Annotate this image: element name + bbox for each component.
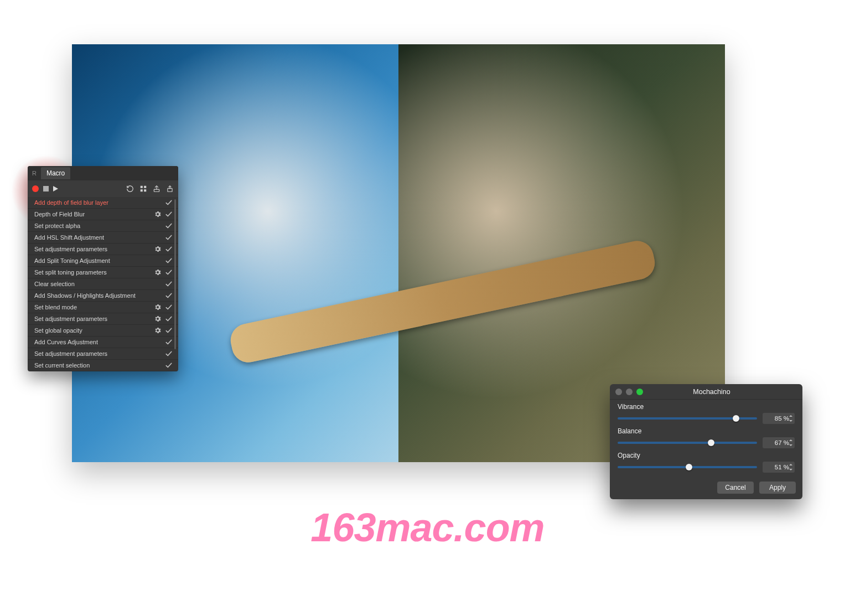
macro-step-row[interactable]: Depth of Field Blur bbox=[28, 209, 178, 220]
macro-step-label: Add Curves Adjustment bbox=[34, 339, 151, 345]
macro-step-label: Set protect alpha bbox=[34, 222, 151, 229]
slider-track[interactable] bbox=[618, 442, 757, 444]
macro-tabs: R Macro bbox=[28, 166, 178, 180]
svg-rect-4 bbox=[154, 189, 159, 191]
svg-rect-0 bbox=[141, 186, 143, 188]
check-icon[interactable] bbox=[165, 315, 173, 323]
check-icon[interactable] bbox=[165, 303, 173, 311]
slider-thumb[interactable] bbox=[733, 415, 739, 422]
macro-step-label: Add depth of field blur layer bbox=[34, 199, 151, 206]
macro-step-row[interactable]: Set adjustment parameters bbox=[28, 244, 178, 255]
slider-thumb[interactable] bbox=[708, 439, 714, 446]
cancel-button[interactable]: Cancel bbox=[717, 482, 754, 494]
adjustment-title: Mochachino bbox=[626, 388, 797, 396]
macro-step-row[interactable]: Set protect alpha bbox=[28, 220, 178, 232]
macro-step-label: Clear selection bbox=[34, 281, 151, 287]
macro-step-label: Set current selection bbox=[34, 362, 151, 369]
slider-track[interactable] bbox=[618, 417, 757, 420]
macro-tab-active[interactable]: Macro bbox=[41, 167, 70, 179]
macro-step-list[interactable]: Add depth of field blur layerDepth of Fi… bbox=[28, 197, 178, 371]
slider-row: Opacity51 % bbox=[618, 452, 795, 473]
slider-label: Vibrance bbox=[618, 403, 795, 411]
check-icon[interactable] bbox=[165, 257, 173, 265]
gear-icon[interactable] bbox=[154, 210, 162, 218]
slider-value[interactable]: 85 % bbox=[763, 413, 795, 424]
watermark-text: 163mac.com bbox=[310, 505, 544, 550]
macro-step-label: Set adjustment parameters bbox=[34, 315, 151, 322]
macro-step-row[interactable]: Add HSL Shift Adjustment bbox=[28, 232, 178, 244]
export-icon[interactable] bbox=[153, 185, 160, 193]
check-icon[interactable] bbox=[165, 292, 173, 299]
gear-icon[interactable] bbox=[154, 327, 162, 334]
macro-step-label: Set split toning parameters bbox=[34, 269, 151, 276]
slider-track[interactable] bbox=[618, 466, 757, 468]
slider-value[interactable]: 67 % bbox=[763, 437, 795, 448]
macro-step-label: Depth of Field Blur bbox=[34, 211, 151, 218]
play-icon[interactable] bbox=[53, 186, 58, 191]
adjustment-body: Vibrance85 %Balance67 %Opacity51 % bbox=[610, 400, 802, 478]
adjustment-dialog: Mochachino Vibrance85 %Balance67 %Opacit… bbox=[610, 384, 802, 499]
macro-step-row[interactable]: Add Shadows / Highlights Adjustment bbox=[28, 290, 178, 302]
check-icon[interactable] bbox=[165, 199, 173, 206]
slider-label: Opacity bbox=[618, 452, 795, 459]
stop-icon[interactable] bbox=[43, 186, 49, 191]
macro-step-label: Add HSL Shift Adjustment bbox=[34, 234, 151, 241]
macro-step-row[interactable]: Set adjustment parameters bbox=[28, 348, 178, 360]
slider-value[interactable]: 51 % bbox=[763, 462, 795, 473]
share-icon[interactable] bbox=[166, 185, 174, 193]
slider-row: Vibrance85 % bbox=[618, 403, 795, 424]
apply-button[interactable]: Apply bbox=[759, 482, 796, 494]
macro-step-row[interactable]: Set global opacity bbox=[28, 325, 178, 337]
macro-step-label: Add Shadows / Highlights Adjustment bbox=[34, 292, 151, 299]
check-icon[interactable] bbox=[165, 280, 173, 288]
macro-step-row[interactable]: Add Curves Adjustment bbox=[28, 337, 178, 348]
traffic-close-icon[interactable] bbox=[615, 389, 622, 395]
slider-label: Balance bbox=[618, 427, 795, 435]
slider-row: Balance67 % bbox=[618, 427, 795, 448]
check-icon[interactable] bbox=[165, 234, 173, 241]
macro-step-row[interactable]: Add Split Toning Adjustment bbox=[28, 255, 178, 267]
svg-rect-2 bbox=[141, 189, 143, 191]
check-icon[interactable] bbox=[165, 327, 173, 334]
svg-rect-3 bbox=[144, 189, 146, 191]
check-icon[interactable] bbox=[165, 350, 173, 358]
macro-step-row[interactable]: Add depth of field blur layer bbox=[28, 197, 178, 209]
check-icon[interactable] bbox=[165, 245, 173, 253]
macro-step-row[interactable]: Set split toning parameters bbox=[28, 267, 178, 278]
svg-rect-1 bbox=[144, 186, 146, 188]
record-icon[interactable] bbox=[32, 185, 39, 192]
macro-step-row[interactable]: Clear selection bbox=[28, 278, 178, 290]
check-icon[interactable] bbox=[165, 210, 173, 218]
check-icon[interactable] bbox=[165, 268, 173, 276]
macro-step-label: Set blend mode bbox=[34, 304, 151, 310]
macro-step-row[interactable]: Set adjustment parameters bbox=[28, 313, 178, 325]
macro-step-label: Set adjustment parameters bbox=[34, 246, 151, 252]
macro-panel: R Macro Add depth of field blur layerDep… bbox=[28, 166, 178, 371]
check-icon[interactable] bbox=[165, 222, 173, 230]
macro-step-row[interactable]: Set blend mode bbox=[28, 302, 178, 313]
gear-icon[interactable] bbox=[154, 303, 162, 311]
macro-step-label: Set adjustment parameters bbox=[34, 350, 151, 357]
slider-thumb[interactable] bbox=[686, 464, 692, 470]
check-icon[interactable] bbox=[165, 338, 173, 346]
macro-step-row[interactable]: Set current selection bbox=[28, 360, 178, 371]
reset-icon[interactable] bbox=[126, 185, 134, 193]
gear-icon[interactable] bbox=[154, 245, 162, 253]
macro-step-label: Add Split Toning Adjustment bbox=[34, 257, 151, 264]
macro-toolbar bbox=[28, 180, 178, 197]
check-icon[interactable] bbox=[165, 361, 173, 369]
library-icon[interactable] bbox=[139, 185, 147, 193]
gear-icon[interactable] bbox=[154, 315, 162, 323]
macro-step-label: Set global opacity bbox=[34, 327, 151, 334]
gear-icon[interactable] bbox=[154, 268, 162, 276]
adjustment-header: Mochachino bbox=[610, 384, 802, 400]
macro-tab-dim: R bbox=[28, 170, 41, 177]
